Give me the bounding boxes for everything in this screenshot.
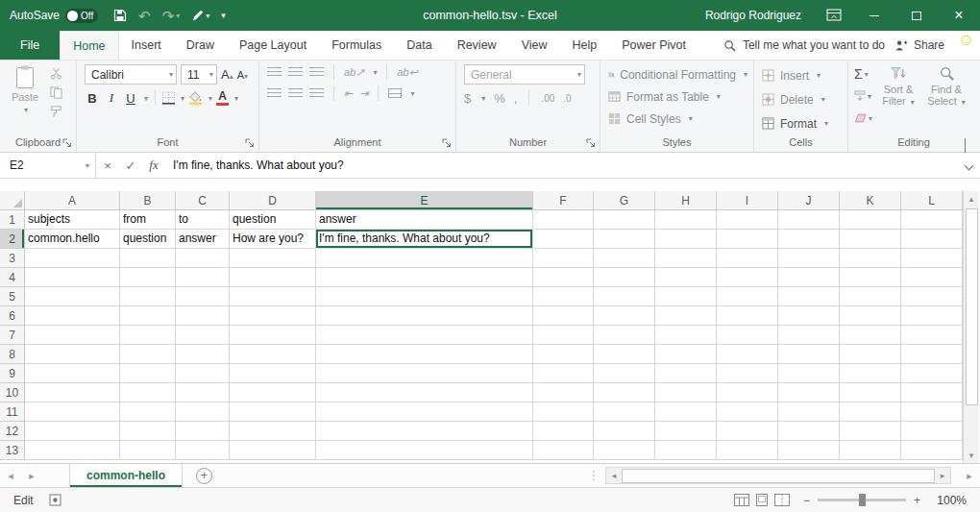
- cell-J10[interactable]: [778, 383, 840, 402]
- clipboard-dialog-launcher[interactable]: [62, 138, 73, 149]
- bold-button[interactable]: B: [85, 91, 100, 106]
- number-format-select[interactable]: General▾: [464, 64, 585, 85]
- comma-style-button[interactable]: ,: [514, 91, 518, 106]
- cell-E6[interactable]: [316, 306, 533, 326]
- row-header-6[interactable]: 6: [0, 306, 25, 326]
- align-center-icon[interactable]: [288, 88, 303, 98]
- column-header-G[interactable]: G: [594, 191, 655, 210]
- increase-font-size-button[interactable]: A▴: [221, 67, 233, 82]
- cell-B1[interactable]: from: [120, 210, 176, 230]
- cell-K10[interactable]: [840, 383, 901, 402]
- zoom-slider[interactable]: [818, 499, 906, 501]
- cell-I3[interactable]: [717, 249, 778, 268]
- format-painter-button[interactable]: [50, 105, 62, 118]
- vertical-scrollbar[interactable]: ▴ ▾: [963, 191, 979, 463]
- alignment-dialog-launcher[interactable]: [442, 138, 453, 149]
- sheet-nav-left-icon[interactable]: ◂: [0, 464, 21, 487]
- cell-F7[interactable]: [533, 326, 594, 345]
- cell-F4[interactable]: [533, 268, 594, 287]
- cell-I6[interactable]: [717, 306, 778, 326]
- cell-G10[interactable]: [594, 383, 655, 402]
- customize-qat-button[interactable]: ▾: [221, 11, 226, 20]
- insert-function-button[interactable]: fx: [142, 158, 165, 173]
- cell-F3[interactable]: [533, 249, 594, 268]
- collapse-ribbon-button[interactable]: [965, 139, 972, 147]
- cell-L6[interactable]: [901, 306, 963, 326]
- align-top-icon[interactable]: [267, 67, 282, 77]
- cell-J3[interactable]: [778, 249, 840, 268]
- conditional-formatting-button[interactable]: Conditional Formatting▾: [608, 63, 747, 85]
- orientation-button[interactable]: ab↗: [344, 66, 364, 79]
- autosum-button[interactable]: Σ▾: [854, 65, 872, 83]
- sort-filter-button[interactable]: Sort & Filter ▾: [876, 64, 920, 135]
- font-color-button[interactable]: A: [216, 91, 229, 106]
- cell-C9[interactable]: [176, 364, 230, 383]
- feedback-smiley-icon[interactable]: ☺: [954, 31, 980, 60]
- increase-decimal-button[interactable]: .00: [541, 93, 554, 104]
- enter-entry-button[interactable]: ✓: [119, 158, 142, 173]
- cell-A11[interactable]: [25, 402, 120, 422]
- vertical-scroll-thumb[interactable]: [966, 208, 978, 405]
- formula-input[interactable]: I'm fine, thanks. What about you?: [165, 158, 957, 172]
- number-dialog-launcher[interactable]: [586, 138, 597, 149]
- cell-J9[interactable]: [778, 364, 840, 383]
- cell-C12[interactable]: [176, 422, 230, 441]
- cell-H1[interactable]: [655, 210, 717, 230]
- cell-B6[interactable]: [120, 306, 176, 326]
- cell-A7[interactable]: [25, 326, 120, 345]
- cell-I12[interactable]: [717, 422, 778, 441]
- cell-K1[interactable]: [840, 210, 901, 230]
- cell-L3[interactable]: [901, 249, 963, 268]
- cell-D3[interactable]: [230, 249, 316, 268]
- row-header-3[interactable]: 3: [0, 249, 25, 268]
- cell-H12[interactable]: [655, 422, 717, 441]
- format-as-table-button[interactable]: Format as Table▾: [608, 85, 747, 108]
- align-right-icon[interactable]: [309, 88, 324, 98]
- align-middle-icon[interactable]: [288, 67, 303, 77]
- cell-G3[interactable]: [594, 249, 655, 268]
- align-left-icon[interactable]: [267, 88, 282, 98]
- zoom-level[interactable]: 100%: [930, 494, 967, 507]
- insert-cells-button[interactable]: Insert▾: [762, 63, 842, 87]
- row-header-10[interactable]: 10: [0, 383, 25, 402]
- cell-A12[interactable]: [25, 422, 120, 441]
- paste-button[interactable]: Paste ▾: [8, 64, 42, 135]
- format-cells-button[interactable]: Format▾: [762, 111, 842, 135]
- horizontal-scrollbar[interactable]: ◂ ▸: [605, 467, 951, 484]
- cell-I10[interactable]: [717, 383, 778, 402]
- cancel-entry-button[interactable]: ×: [96, 158, 119, 173]
- cell-E3[interactable]: [316, 249, 533, 268]
- cell-H2[interactable]: [655, 230, 717, 249]
- row-header-13[interactable]: 13: [0, 441, 25, 460]
- name-box[interactable]: E2 ▾: [0, 153, 96, 178]
- cell-D9[interactable]: [230, 364, 316, 383]
- cell-G2[interactable]: [594, 230, 655, 249]
- cell-D1[interactable]: question: [230, 210, 316, 230]
- cell-H9[interactable]: [655, 364, 717, 383]
- fill-color-button[interactable]: [188, 91, 203, 105]
- tab-draw[interactable]: Draw: [174, 31, 227, 60]
- cell-G7[interactable]: [594, 326, 655, 345]
- cell-L13[interactable]: [901, 441, 963, 460]
- cell-F9[interactable]: [533, 364, 594, 383]
- column-header-L[interactable]: L: [901, 191, 963, 210]
- column-header-J[interactable]: J: [778, 191, 840, 210]
- sheet-tab-common-hello[interactable]: common-hello: [69, 464, 183, 487]
- column-header-I[interactable]: I: [717, 191, 778, 210]
- cell-F10[interactable]: [533, 383, 594, 402]
- cell-E4[interactable]: [316, 268, 533, 287]
- cell-B11[interactable]: [120, 402, 176, 422]
- horizontal-scroll-thumb[interactable]: [622, 469, 935, 483]
- row-header-2[interactable]: 2: [0, 230, 25, 249]
- column-header-E[interactable]: E: [316, 191, 533, 210]
- cell-H5[interactable]: [655, 287, 717, 306]
- decrease-decimal-button[interactable]: .0: [563, 93, 571, 104]
- cell-G8[interactable]: [594, 345, 655, 364]
- cell-B5[interactable]: [120, 287, 176, 306]
- cell-H10[interactable]: [655, 383, 717, 402]
- cell-B4[interactable]: [120, 268, 176, 287]
- row-header-11[interactable]: 11: [0, 402, 25, 422]
- tab-review[interactable]: Review: [445, 31, 509, 60]
- cell-G4[interactable]: [594, 268, 655, 287]
- font-dialog-launcher[interactable]: [245, 138, 256, 149]
